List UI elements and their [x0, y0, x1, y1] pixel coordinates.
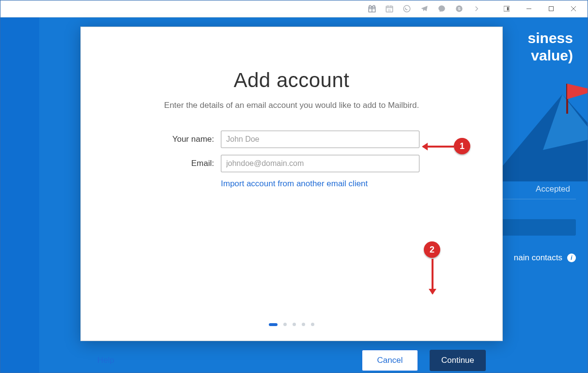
close-button[interactable]: [562, 0, 585, 17]
tab-accepted[interactable]: Accepted: [536, 184, 570, 194]
modal-footer: Help Cancel Continue: [81, 339, 502, 373]
skype-icon[interactable]: S: [455, 4, 464, 13]
messenger-icon[interactable]: [437, 4, 446, 13]
reader-button[interactable]: [495, 0, 518, 17]
callout-2-number: 2: [424, 241, 440, 258]
domain-contacts-label: nain contacts: [514, 253, 562, 263]
whatsapp-icon[interactable]: [402, 4, 411, 13]
continue-button[interactable]: Continue: [430, 350, 486, 371]
svg-text:31: 31: [388, 9, 391, 12]
modal-subtitle: Enter the details of an email account yo…: [81, 101, 502, 110]
pager-step-2: [283, 323, 287, 326]
name-label: Your name:: [146, 134, 221, 144]
maximize-button[interactable]: [540, 0, 562, 17]
name-input[interactable]: [221, 131, 419, 148]
email-input[interactable]: [221, 155, 419, 172]
titlebar-app-icons: 31 S: [368, 4, 481, 13]
titlebar: 31 S: [0, 0, 588, 17]
cancel-button[interactable]: Cancel: [362, 350, 418, 371]
svg-point-3: [403, 5, 410, 12]
svg-rect-9: [549, 7, 554, 11]
promo-button-stub[interactable]: [498, 219, 576, 236]
telegram-icon[interactable]: [420, 4, 429, 13]
svg-marker-17: [567, 84, 588, 99]
import-account-link[interactable]: Import account from another email client: [221, 179, 437, 189]
domain-contacts-row[interactable]: nain contacts i: [514, 253, 576, 263]
callout-1-number: 1: [454, 138, 470, 154]
callout-2: 2: [423, 241, 442, 299]
pager-step-5: [311, 323, 314, 326]
modal-title: Add account: [81, 69, 502, 92]
tab-underline: [498, 199, 576, 199]
app-window: 31 S: [0, 0, 588, 373]
email-label: Email:: [146, 159, 221, 168]
svg-text:S: S: [458, 7, 461, 11]
help-link[interactable]: Help: [97, 356, 114, 365]
pager-step-1: [269, 323, 278, 326]
step-pager: [81, 323, 502, 326]
callout-1: 1: [420, 137, 473, 156]
window-controls: [495, 0, 585, 17]
more-icon[interactable]: [472, 4, 481, 13]
info-icon[interactable]: i: [567, 254, 576, 262]
svg-rect-7: [507, 7, 509, 11]
calendar-icon[interactable]: 31: [385, 4, 394, 13]
pager-step-4: [302, 323, 305, 326]
sidebar-stub: [0, 17, 39, 373]
gift-icon[interactable]: [368, 4, 376, 13]
account-form: Your name: Email: Import account from an…: [146, 131, 437, 189]
minimize-button[interactable]: [518, 0, 540, 17]
pager-step-3: [293, 323, 296, 326]
